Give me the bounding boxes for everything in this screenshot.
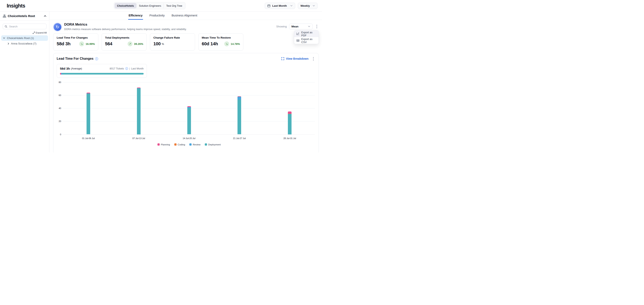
- fullscreen-corners-icon: [281, 57, 284, 60]
- trend-arrow-up-icon: ↗: [128, 41, 132, 46]
- lead-time-chart: 02040608001 Jul-06 Jul07 Jul-13 Jul14 Ju…: [57, 82, 315, 151]
- metric-card: Total Deployments564↗39.26%: [102, 33, 147, 50]
- bar-segment-planning: [288, 111, 292, 114]
- granularity-select[interactable]: Weekly: [298, 3, 318, 9]
- menu-item-export-pdf[interactable]: Export as PDF: [294, 30, 318, 37]
- org-tab-solution-engineers[interactable]: Solution Engineers: [136, 3, 164, 8]
- trend-arrow-down-icon: ↘: [79, 41, 84, 46]
- y-axis-tick-label: 80: [55, 81, 61, 83]
- tab-business-alignment[interactable]: Business Alignment: [171, 11, 198, 20]
- stacked-bar-4[interactable]: [238, 96, 241, 134]
- trend-arrow-down-icon: ↘: [224, 41, 229, 46]
- legend-swatch-icon: [174, 143, 176, 146]
- bar-segment-deployment: [137, 88, 140, 134]
- legend-label: Deployment: [208, 143, 221, 146]
- legend-swatch-icon: [205, 143, 207, 146]
- lead-time-section: Lead Time For Changes i View Breakdown 5…: [53, 53, 319, 152]
- table-icon: [296, 39, 300, 42]
- org-tab-test-org-tree[interactable]: Test Org Tree: [164, 3, 185, 8]
- metric-value: 60d 14h: [202, 41, 218, 46]
- search-input[interactable]: [9, 25, 44, 28]
- expand-arrows-icon: [33, 32, 35, 34]
- sidebar: ChoiceHotels Root Expand All: [0, 11, 49, 152]
- chart-legend: PlanningCodingReviewDeployment: [63, 143, 315, 146]
- tree-item-choicehotels-root[interactable]: ChoiceHotels Root (1): [1, 35, 48, 41]
- bar-segment-deployment: [86, 94, 90, 134]
- average-label: (Average): [71, 67, 82, 70]
- bar-segment-deployment: [238, 100, 241, 134]
- x-axis-tick-label: 28 Jul-31 Jul: [264, 137, 315, 139]
- stacked-bar-2[interactable]: [137, 87, 140, 134]
- metric-value-row: 58d 3h↘16.99%: [57, 41, 95, 46]
- x-axis-tick-label: 01 Jul-06 Jul: [63, 137, 114, 139]
- dora-header: ↻ DORA Metrics DORA metrics measure soft…: [49, 20, 322, 33]
- trend-badge: ↘16.99%: [79, 41, 95, 46]
- section-kebab-menu-button[interactable]: [312, 56, 316, 61]
- average-summary-card: 58d 3h (Average) 8017 Tickets i | Last M…: [57, 64, 147, 78]
- dora-cycle-icon: ↻: [54, 23, 61, 31]
- period-select[interactable]: Last Month: [265, 3, 295, 9]
- tab-efficiency[interactable]: Efficiency: [128, 11, 143, 20]
- metric-card-title: Total Deployments: [105, 36, 143, 39]
- legend-label: Coding: [178, 143, 185, 146]
- legend-item-deployment: Deployment: [205, 143, 221, 146]
- aggregation-select-value: Mean: [292, 25, 299, 28]
- period-label: Last Month: [131, 67, 144, 70]
- expand-all-button[interactable]: Expand All: [0, 29, 49, 35]
- dora-kebab-menu-button[interactable]: [315, 24, 319, 29]
- y-axis-tick-label: 20: [55, 120, 61, 122]
- tab-productivity[interactable]: Productivity: [149, 11, 165, 20]
- legend-swatch-icon: [189, 143, 192, 146]
- metric-value-row: 100%: [154, 41, 192, 46]
- trend-badge: ↘14.78%: [224, 41, 240, 46]
- stacked-bar-5[interactable]: [288, 111, 292, 134]
- x-axis-tick-label: 14 Jul-20 Jul: [164, 137, 214, 139]
- chevron-up-icon[interactable]: [44, 15, 46, 17]
- metric-card: Lead Time For Changes58d 3h↘16.99%: [53, 33, 98, 50]
- info-icon[interactable]: i: [95, 57, 98, 60]
- stacked-bar-1[interactable]: [86, 93, 90, 134]
- metric-cards-row: Lead Time For Changes58d 3h↘16.99%Total …: [49, 33, 322, 50]
- section-title: Lead Time For Changes: [57, 57, 94, 60]
- menu-item-export-csv[interactable]: Export as CSV: [294, 37, 318, 44]
- search-box: [3, 23, 46, 29]
- tree-item-label: ChoiceHotels Root (1): [7, 36, 34, 40]
- legend-item-planning: Planning: [158, 143, 170, 146]
- showing-group: Showing Mean: [276, 23, 319, 29]
- metric-value: 100: [154, 41, 161, 46]
- trend-percentage: 16.99%: [86, 42, 95, 45]
- tree-item-label: Anna Scozzafava (7): [11, 42, 36, 45]
- chevron-right-icon[interactable]: [8, 43, 9, 45]
- chevron-down-icon: [290, 5, 292, 6]
- metric-card-title: Mean Time To Restore: [202, 36, 240, 39]
- legend-swatch-icon: [158, 143, 160, 146]
- dora-titles: DORA Metrics DORA metrics measure softwa…: [64, 22, 187, 31]
- tree-item-anna-scozzafava[interactable]: Anna Scozzafava (7): [1, 41, 48, 46]
- menu-item-label: Export as CSV: [301, 37, 316, 44]
- divider: |: [129, 67, 130, 70]
- legend-item-review: Review: [189, 143, 200, 146]
- chart-plot-area: 02040608001 Jul-06 Jul07 Jul-13 Jul14 Ju…: [63, 82, 315, 134]
- org-tree: ChoiceHotels Root (1) Anna Scozzafava (7…: [0, 35, 49, 46]
- dora-title: DORA Metrics: [64, 22, 187, 26]
- view-breakdown-button[interactable]: View Breakdown: [281, 57, 308, 60]
- bar-segment-deployment: [288, 114, 292, 134]
- phase-progress-bar: [60, 73, 144, 74]
- org-tab-choicehotels[interactable]: ChoiceHotels: [114, 3, 136, 8]
- trend-percentage: 39.26%: [134, 42, 143, 45]
- chevron-down-icon: [313, 5, 315, 6]
- y-axis-tick-label: 40: [55, 107, 61, 109]
- period-select-value: Last Month: [272, 4, 287, 7]
- stacked-bar-3[interactable]: [187, 106, 191, 134]
- metric-card-title: Change Failure Rate: [154, 36, 192, 39]
- trend-percentage: 14.78%: [230, 42, 240, 45]
- chevron-down-icon[interactable]: [3, 37, 5, 39]
- info-icon[interactable]: i: [125, 67, 128, 70]
- menu-item-label: Export as PDF: [301, 31, 316, 37]
- aggregation-select[interactable]: Mean: [289, 23, 313, 29]
- metric-card-title: Lead Time For Changes: [57, 36, 95, 39]
- chevron-down-icon: [308, 26, 310, 27]
- export-menu: Export as PDF Export as CSV: [294, 30, 319, 44]
- calendar-icon: [267, 4, 270, 7]
- lead-time-section-header: Lead Time For Changes i View Breakdown: [57, 56, 315, 61]
